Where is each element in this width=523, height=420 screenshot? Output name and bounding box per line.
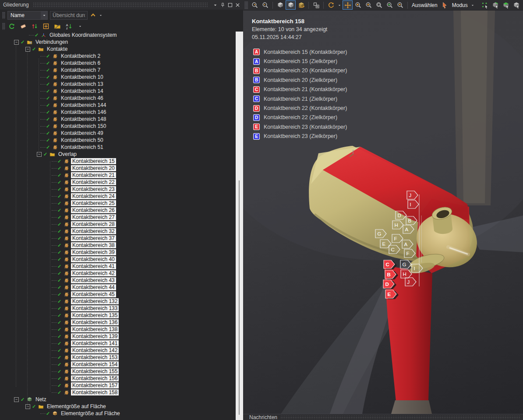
tree-item[interactable]: ✓Kontaktbereich 46 — [0, 95, 236, 102]
tree-item[interactable]: ✓Kontaktbereich 41 — [0, 263, 236, 270]
collapse-expander-icon[interactable]: − — [37, 152, 42, 157]
tree-item[interactable]: ✓Kontaktbereich 24 — [0, 193, 236, 200]
tree-item[interactable]: ✓Kontaktbereich 40 — [0, 256, 236, 263]
tree-item[interactable]: ✓Kontaktbereich 50 — [0, 137, 236, 144]
tree-item[interactable]: ✓Kontaktbereich 155 — [0, 368, 236, 375]
select-cursor-button[interactable] — [440, 0, 450, 10]
caret-down-icon[interactable] — [99, 13, 103, 18]
tree-item[interactable]: ✓Kontaktbereich 42 — [0, 270, 236, 277]
hide-folder-icon[interactable] — [53, 22, 61, 30]
tree-item[interactable]: ✓Kontaktbereich 22 — [0, 179, 236, 186]
tree-item[interactable]: ✓Kontaktbereich 23 — [0, 186, 236, 193]
collapse-expander-icon[interactable]: − — [14, 40, 19, 45]
tree-item[interactable]: ✓Kontaktbereich 144 — [0, 102, 236, 109]
tree-item[interactable]: ✓Kontaktbereich 141 — [0, 340, 236, 347]
zoom-back-button[interactable] — [250, 0, 260, 10]
scrollbar-thumb[interactable] — [239, 180, 240, 415]
tree-item[interactable]: −✓Elementgröße auf Fläche — [0, 403, 236, 410]
tree-item[interactable]: ✓Kontaktbereich 7 — [0, 67, 236, 74]
tree-item[interactable]: ✓Kontaktbereich 26 — [0, 207, 236, 214]
tree-item[interactable]: ✓Kontaktbereich 43 — [0, 277, 236, 284]
caret-down-icon[interactable] — [76, 22, 84, 30]
3d-viewport[interactable]: JIDBHAGFEACFGIHJCBDE Kontaktbereich 158 … — [243, 11, 523, 414]
tree-item[interactable]: ✓Globales Koordinatensystem — [0, 32, 236, 39]
collapse-expander-icon[interactable]: − — [25, 404, 30, 409]
caret-down-button[interactable] — [470, 0, 476, 10]
tree-item[interactable]: ✓Kontaktbereich 25 — [0, 200, 236, 207]
select-face-button[interactable] — [501, 0, 511, 10]
tree-item[interactable]: ✓Kontaktbereich 10 — [0, 74, 236, 81]
tree-item[interactable]: ✓Kontaktbereich 32 — [0, 228, 236, 235]
tree-item[interactable]: ✓Kontaktbereich 44 — [0, 284, 236, 291]
pin-icon[interactable] — [219, 1, 226, 9]
collapse-expander-icon[interactable]: − — [14, 397, 19, 402]
tree-item[interactable]: ✓Kontaktbereich 135 — [0, 312, 236, 319]
collapse-expander-icon[interactable]: − — [25, 47, 30, 52]
outline-search-input[interactable] — [50, 11, 88, 20]
tree-item[interactable]: ✓Kontaktbereich 156 — [0, 375, 236, 382]
select-edge-button[interactable] — [491, 0, 501, 10]
manage-views-button[interactable] — [311, 0, 321, 10]
chevron-up-icon[interactable] — [90, 12, 96, 18]
select-vertex-button[interactable] — [480, 0, 490, 10]
tree-item[interactable]: ✓Kontaktbereich 153 — [0, 354, 236, 361]
close-icon[interactable] — [234, 1, 241, 9]
pan-button[interactable] — [343, 0, 353, 10]
rotate-button[interactable] — [326, 0, 336, 10]
refresh-icon[interactable] — [7, 22, 16, 30]
tree-item[interactable]: ✓Kontaktbereich 136 — [0, 319, 236, 326]
tree-item[interactable]: ✓Kontaktbereich 158 — [0, 389, 236, 396]
tree-item[interactable]: ✓Kontaktbereich 157 — [0, 382, 236, 389]
eraser-icon[interactable] — [19, 22, 27, 30]
tree-item[interactable]: ✓Kontaktbereich 13 — [0, 81, 236, 88]
zoom-forward-button[interactable] — [260, 0, 270, 10]
tree-item[interactable]: ✓Kontaktbereich 148 — [0, 116, 236, 123]
tree-scrollbar[interactable] — [236, 32, 243, 420]
az-sort-icon[interactable]: Az — [64, 22, 73, 30]
grip-icon[interactable] — [2, 23, 5, 30]
zoom-in-button[interactable] — [364, 0, 374, 10]
tree-item[interactable]: −✓Verbindungen — [0, 39, 236, 46]
tree-item[interactable]: ✓Kontaktbereich 132 — [0, 298, 236, 305]
tree-item[interactable]: ✓Kontaktbereich 45 — [0, 291, 236, 298]
tree-item[interactable]: ✓Kontaktbereich 27 — [0, 214, 236, 221]
tree-item[interactable]: ✓Kontaktbereich 20 — [0, 165, 236, 172]
tree-item[interactable]: ✓Kontaktbereich 133 — [0, 305, 236, 312]
expand-all-icon[interactable] — [42, 22, 50, 30]
zoom-caret-button[interactable] — [395, 0, 405, 10]
view-cube-button[interactable] — [275, 0, 285, 10]
grip-icon[interactable] — [2, 12, 5, 19]
sort-updown-icon[interactable] — [30, 22, 39, 30]
tree-item[interactable]: ✓Kontaktbereich 21 — [0, 172, 236, 179]
tree-item[interactable]: ✓Kontaktbereich 39 — [0, 249, 236, 256]
tree-item[interactable]: ✓Kontaktbereich 14 — [0, 88, 236, 95]
select-body-button[interactable] — [512, 0, 522, 10]
tree-item[interactable]: ✓Kontaktbereich 142 — [0, 347, 236, 354]
tree-item[interactable]: ✓Kontaktbereich 146 — [0, 109, 236, 116]
caret-down-icon[interactable] — [212, 1, 219, 9]
caret-down-icon[interactable] — [41, 11, 47, 19]
tree-item[interactable]: ✓Kontaktbereich 49 — [0, 130, 236, 137]
zoom-button[interactable] — [353, 0, 363, 10]
tree-item[interactable]: ✓Kontaktbereich 28 — [0, 221, 236, 228]
orbit-cube-button[interactable] — [296, 0, 306, 10]
caret-down-button[interactable] — [336, 0, 342, 10]
tree-item[interactable]: ✓Kontaktbereich 138 — [0, 326, 236, 333]
tree-item[interactable]: ✓Kontaktbereich 51 — [0, 144, 236, 151]
tree-item[interactable]: ✓Elementgröße auf Fläche — [0, 410, 236, 417]
tree-item[interactable]: ✓Kontaktbereich 38 — [0, 242, 236, 249]
iso-view-button[interactable] — [286, 0, 296, 10]
tree-item[interactable]: ✓Kontaktbereich 2 — [0, 53, 236, 60]
tree-item[interactable]: ✓Kontaktbereich 37 — [0, 235, 236, 242]
filter-type-dropdown[interactable]: Name — [7, 11, 48, 20]
messages-bar[interactable]: Nachrichten — [243, 414, 523, 420]
tree-item[interactable]: ✓Kontaktbereich 6 — [0, 60, 236, 67]
tree-item[interactable]: ✓Kontaktbereich 154 — [0, 361, 236, 368]
tree-item[interactable]: ✓Kontaktbereich 15 — [0, 158, 236, 165]
zoom-select-button[interactable] — [385, 0, 395, 10]
zoom-fit-button[interactable] — [374, 0, 384, 10]
tree-item[interactable]: ✓Kontaktbereich 139 — [0, 333, 236, 340]
tree-item[interactable]: ✓Kontaktbereich 150 — [0, 123, 236, 130]
tree-item[interactable]: −✓Overlap — [0, 151, 236, 158]
tree-item[interactable]: −✓Kontakte — [0, 46, 236, 53]
